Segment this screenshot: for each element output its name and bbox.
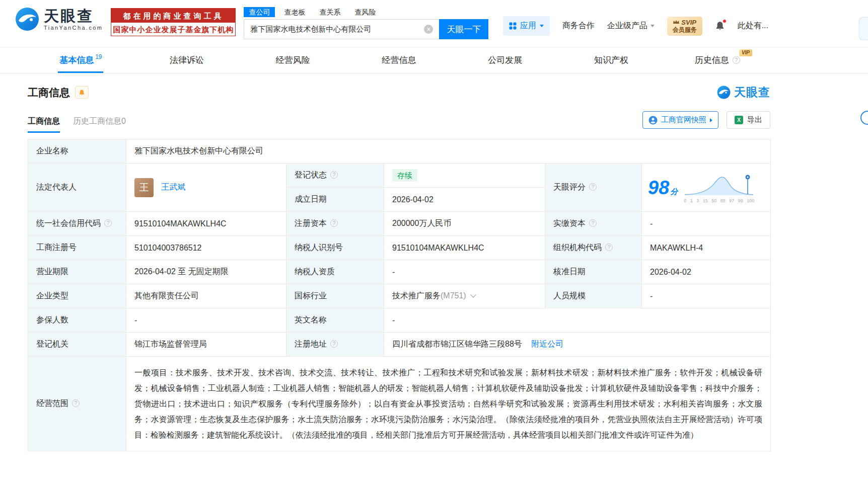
subtab-history-business-info[interactable]: 历史工商信息0 [73, 116, 126, 133]
subtab-business-info[interactable]: 工商信息 [28, 116, 60, 133]
label-credit-code: 统一社会信用代码 [28, 212, 126, 236]
help-icon[interactable] [589, 219, 597, 227]
value-reg-status: 存续 [384, 164, 545, 188]
floating-widget-top[interactable] [859, 17, 868, 40]
search-tab-relation[interactable]: 查关系 [314, 7, 345, 17]
tab-company-development[interactable]: 公司发展 [452, 47, 558, 73]
value-business-scope: 一般项目：技术服务、技术开发、技术咨询、技术交流、技术转让、技术推广；工程和技术… [126, 357, 771, 451]
label-reg-authority: 登记机关 [28, 333, 126, 357]
export-label: 导出 [747, 115, 762, 125]
score-curve [684, 173, 754, 196]
tab-intellectual-property[interactable]: 知识产权 [558, 47, 665, 73]
tab-operation-risk[interactable]: 经营风险 [240, 47, 346, 73]
monitor-bell-icon[interactable] [75, 86, 89, 99]
search-tabs: 查公司 查老板 查关系 查风险 [244, 6, 488, 18]
export-button[interactable]: 导出 [727, 111, 770, 129]
value-company-type: 其他有限责任公司 [126, 284, 286, 308]
paid-capital-label-text: 实缴资本 [553, 219, 586, 227]
value-taxpayer-quality: - [384, 260, 545, 284]
chevron-down-icon[interactable] [470, 292, 476, 297]
help-icon[interactable] [605, 244, 613, 251]
reg-address-label-text: 注册地址 [295, 340, 327, 348]
header: 天眼查 TianYanCha.com 都在用的商业查询工具 国家中小企业发展子基… [0, 0, 868, 47]
excel-icon [735, 116, 743, 124]
apps-grid-icon [509, 22, 517, 30]
label-business-term: 营业期限 [28, 260, 126, 284]
crown-icon [673, 20, 680, 25]
value-reg-capital: 200000万人民币 [384, 212, 545, 236]
vip-badge: VIP [739, 49, 752, 56]
value-legal-rep: 王 王武斌 [126, 164, 286, 212]
score-number: 98分 [648, 177, 678, 199]
search-input[interactable] [244, 20, 439, 39]
search-block: 查公司 查老板 查关系 查风险 天眼一下 [244, 6, 488, 39]
help-icon[interactable] [72, 399, 80, 407]
tab-history-info[interactable]: 历史信息 VIP [664, 47, 770, 73]
notification-bell-icon[interactable] [715, 21, 725, 31]
help-icon[interactable] [589, 183, 597, 191]
value-industry: 技术推广服务(M751) [384, 284, 545, 308]
tab-basic-info[interactable]: 基本信息 19 [28, 47, 134, 73]
apps-button[interactable]: 应用 [503, 16, 550, 36]
menu-cooperation[interactable]: 商务合作 [562, 21, 595, 31]
label-english-name: 英文名称 [286, 308, 384, 333]
tab-label: 经营风险 [276, 54, 310, 66]
svip-top-label: SVIP [681, 19, 696, 26]
tab-label: 历史信息 [695, 54, 729, 66]
value-staff-size: - [642, 284, 771, 308]
tianyancha-watermark: 天眼查 [717, 85, 770, 100]
nearby-companies-link[interactable]: 附近公司 [531, 340, 563, 348]
score-label-text: 天眼评分 [553, 183, 586, 191]
menu-more[interactable]: 此处有... [738, 21, 768, 31]
score-chart-ticks: 0131550859799100 [684, 198, 754, 203]
search-button[interactable]: 天眼一下 [439, 19, 488, 39]
snapshot-icon [648, 116, 658, 125]
credit-code-label-text: 统一社会信用代码 [36, 219, 101, 227]
search-tab-risk[interactable]: 查风险 [349, 7, 381, 17]
tab-label: 知识产权 [594, 54, 628, 66]
logo-brand: 天眼查 [44, 8, 103, 25]
logo-domain: TianYanCha.com [44, 25, 103, 31]
score-chart: 0131550859799100 [684, 173, 754, 203]
label-taxpayer-id: 纳税人识别号 [286, 236, 384, 260]
value-english-name: - [384, 308, 771, 333]
tab-label: 法律诉讼 [170, 54, 204, 66]
status-badge: 存续 [392, 169, 417, 182]
tab-label: 经营信息 [382, 54, 416, 66]
value-reg-address: 四川省成都市锦江区锦华路三段88号 附近公司 [384, 333, 771, 357]
reg-address-text: 四川省成都市锦江区锦华路三段88号 [392, 340, 522, 348]
help-icon[interactable] [733, 56, 740, 64]
label-reg-address: 注册地址 [286, 333, 384, 357]
svip-badge[interactable]: SVIP 会员服务 [667, 17, 702, 36]
help-icon[interactable] [330, 219, 338, 227]
industry-value-text: 技术推广服务 [392, 291, 441, 300]
label-company-name: 企业名称 [28, 139, 126, 164]
search-tab-boss[interactable]: 查老板 [279, 7, 310, 17]
promo-line2: 国家中小企业发展子基金旗下机构 [111, 23, 235, 36]
promo-line1: 都在用的商业查询工具 [111, 9, 235, 23]
tab-operation-info[interactable]: 经营信息 [346, 47, 452, 73]
search-input-wrap [244, 19, 439, 39]
legal-rep-link[interactable]: 王武斌 [161, 183, 185, 191]
tianyancha-logo[interactable]: 天眼查 TianYanCha.com [15, 7, 103, 31]
search-tab-company[interactable]: 查公司 [244, 7, 275, 17]
cooperation-label: 商务合作 [562, 21, 595, 31]
menu-enterprise[interactable]: 企业级产品 [607, 21, 655, 31]
official-snapshot-button[interactable]: 工商官网快照 [642, 111, 718, 129]
label-approval-date: 核准日期 [545, 260, 642, 284]
value-company-name: 雅下国家水电技术创新中心有限公司 [126, 139, 771, 164]
tab-legal-litigation[interactable]: 法律诉讼 [134, 47, 240, 73]
label-score: 天眼评分 [545, 164, 642, 212]
value-insured-count: - [126, 308, 286, 333]
snapshot-label: 工商官网快照 [661, 115, 706, 125]
section-head: 工商信息 天眼查 [28, 85, 770, 100]
floating-widget-dot[interactable] [860, 111, 868, 125]
label-reg-capital: 注册资本 [286, 212, 384, 236]
legal-rep-avatar[interactable]: 王 [134, 178, 154, 197]
tab-label: 公司发展 [488, 54, 522, 66]
org-code-label-text: 组织机构代码 [553, 243, 602, 252]
help-icon[interactable] [104, 219, 112, 227]
help-icon[interactable] [330, 340, 338, 348]
help-icon[interactable] [330, 171, 338, 179]
search-row: 天眼一下 [244, 19, 488, 39]
